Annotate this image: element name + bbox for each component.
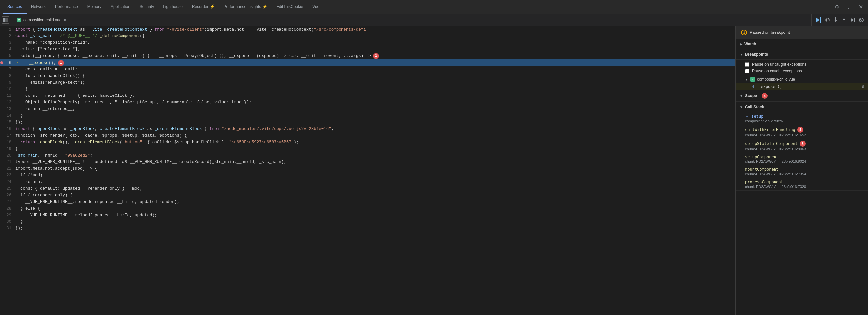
file-tab-composition-child[interactable]: V composition-child.vue × xyxy=(13,14,70,26)
line-number-11: 11 xyxy=(3,93,15,99)
scope-section: Scope 3 xyxy=(736,90,868,102)
toggle-sidebar-icon[interactable] xyxy=(2,16,9,24)
tab-vue[interactable]: Vue xyxy=(308,0,324,14)
svg-marker-4 xyxy=(829,19,830,21)
close-file-tab-icon[interactable]: × xyxy=(63,17,66,23)
line-number-24: 24 xyxy=(3,179,15,185)
line-code-3: __name: "composition-child", xyxy=(15,39,732,46)
line-number-13: 13 xyxy=(3,106,15,113)
line-code-16: import { openBlock as _openBlock, create… xyxy=(15,126,732,132)
code-panel[interactable]: 1import { createHotContext as __vite__cr… xyxy=(0,26,735,315)
code-line-24: 24 return; xyxy=(0,179,735,185)
tab-network[interactable]: Network xyxy=(27,0,51,14)
call-stack-item-0[interactable]: → setupcomposition-child.vue:6 xyxy=(736,113,868,125)
deactivate-button[interactable] xyxy=(858,16,865,24)
tab-sources[interactable]: Sources xyxy=(3,0,27,14)
line-number-4: 4 xyxy=(3,46,15,53)
badge-4: 4 xyxy=(797,127,803,133)
code-line-20: 20_sfc_main.__hmrId = "99a62ed2"; xyxy=(0,152,735,159)
line-number-29: 29 xyxy=(3,212,15,219)
breakpoints-section-header[interactable]: Breakpoints xyxy=(736,50,868,60)
pause-caught-checkbox[interactable] xyxy=(745,69,749,73)
line-code-11: const __returned__ = { emits, handleClic… xyxy=(15,93,732,99)
code-line-2: 2const _sfc_main = /* @__PURE__ */ _defi… xyxy=(0,33,735,39)
bp-checkbox-icon: ☑ xyxy=(750,84,754,89)
step-over-button[interactable] xyxy=(823,16,831,24)
line-number-30: 30 xyxy=(3,219,15,225)
code-line-28: 28 } else { xyxy=(0,205,735,212)
code-line-29: 29 __VUE_HMR_RUNTIME__.reload(updated.__… xyxy=(0,212,735,219)
line-number-1: 1 xyxy=(3,26,15,33)
step-into-button[interactable] xyxy=(832,16,839,24)
pause-uncaught-row[interactable]: Pause on uncaught exceptions xyxy=(745,61,864,68)
line-code-10: } xyxy=(15,86,732,93)
tab-performance-insights[interactable]: Performance insights ⚡ xyxy=(219,0,272,14)
line-code-8: function handleClick() { xyxy=(15,73,732,79)
tab-memory[interactable]: Memory xyxy=(83,0,106,14)
line-code-12: Object.defineProperty(__returned__, "__i… xyxy=(15,99,732,106)
code-line-13: 13 return __returned__; xyxy=(0,106,735,113)
line-code-19: } xyxy=(15,146,732,152)
step-out-button[interactable] xyxy=(840,16,848,24)
tab-application[interactable]: Application xyxy=(106,0,135,14)
breakpoint-options: Pause on uncaught exceptions Pause on ca… xyxy=(736,60,868,75)
settings-icon[interactable]: ⚙ xyxy=(832,2,841,11)
bp-vue-icon: V xyxy=(750,77,755,82)
watch-section-header[interactable]: Watch xyxy=(736,39,868,50)
code-line-27: 27 __VUE_HMR_RUNTIME__.rerender(updated.… xyxy=(0,199,735,205)
code-line-19: 19} xyxy=(0,146,735,152)
call-stack-item-2[interactable]: setupStatefulComponent5chunk-PD2AWGJV...… xyxy=(736,139,868,153)
line-code-9: emits("enlarge-text"); xyxy=(15,79,732,86)
tab-security[interactable]: Security xyxy=(135,0,158,14)
call-stack-item-4[interactable]: mountComponentchunk-PD2AWGJV....=23bfe01… xyxy=(736,165,868,178)
tab-lighthouse[interactable]: Lighthouse xyxy=(158,0,187,14)
line-code-2: const _sfc_main = /* @__PURE__ */ _defin… xyxy=(15,33,732,39)
badge-1: 1 xyxy=(58,60,64,66)
badge-2: 2 xyxy=(373,53,379,59)
breakpoints-chevron xyxy=(740,53,743,56)
code-line-7: 7 const emits = __emit; xyxy=(0,66,735,73)
line-number-18: 18 xyxy=(3,139,15,146)
bp-file-header[interactable]: V composition-child.vue xyxy=(736,75,868,83)
line-number-15: 15 xyxy=(3,119,15,126)
code-line-23: 23 if (!mod) xyxy=(0,172,735,179)
code-line-15: 15}); xyxy=(0,119,735,126)
bp-item[interactable]: ☑ __expose(); 6 xyxy=(736,83,868,90)
cs-fn-2: setupStatefulComponent5 xyxy=(745,141,806,146)
step-button[interactable] xyxy=(849,16,857,24)
bp-file-chevron xyxy=(745,77,748,81)
close-devtools-icon[interactable]: ✕ xyxy=(856,2,865,11)
code-line-30: 30 } xyxy=(0,219,735,225)
resume-button[interactable] xyxy=(814,16,822,24)
svg-marker-7 xyxy=(834,20,837,22)
code-line-1: 1import { createHotContext as __vite__cr… xyxy=(0,26,735,33)
code-line-8: 8 function handleClick() { xyxy=(0,73,735,79)
tab-editthiscookie[interactable]: EditThisCookie xyxy=(272,0,308,14)
more-options-icon[interactable]: ⋮ xyxy=(844,2,854,11)
pause-caught-row[interactable]: Pause on caught exceptions xyxy=(745,68,864,74)
svg-marker-10 xyxy=(851,18,854,22)
code-line-14: 14 } xyxy=(0,113,735,119)
line-code-14: } xyxy=(15,113,732,119)
line-code-15: }); xyxy=(15,119,732,126)
call-stack-header[interactable]: Call Stack xyxy=(736,102,868,113)
code-line-9: 9 emits("enlarge-text"); xyxy=(0,79,735,86)
call-stack-item-5[interactable]: processComponentchunk-PD2AWGJV....=23bfe… xyxy=(736,178,868,191)
pause-uncaught-checkbox[interactable] xyxy=(745,62,749,67)
cs-location-2: chunk-PD2AWGJV....=23bfe016:9063 xyxy=(745,147,864,151)
info-icon: ℹ xyxy=(741,30,747,35)
line-number-14: 14 xyxy=(3,113,15,119)
svg-line-13 xyxy=(860,19,863,21)
call-stack-item-1[interactable]: callWithErrorHandling4chunk-PD2AWGJV....… xyxy=(736,125,868,139)
call-stack-item-3[interactable]: setupComponentchunk-PD2AWGJV....=23bfe01… xyxy=(736,153,868,165)
tab-recorder[interactable]: Recorder ⚡ xyxy=(187,0,219,14)
tab-performance[interactable]: Performance xyxy=(51,0,83,14)
line-code-4: emits: ["enlarge-text"], xyxy=(15,46,732,53)
scope-section-header[interactable]: Scope 3 xyxy=(736,90,868,102)
code-line-5: 5 setup(__props, { expose: __expose, emi… xyxy=(0,53,735,59)
svg-rect-11 xyxy=(855,18,856,22)
line-code-23: if (!mod) xyxy=(15,172,732,179)
badge-5: 5 xyxy=(800,140,806,147)
breakpoint-dot-6[interactable] xyxy=(0,61,3,64)
main-layout: 1import { createHotContext as __vite__cr… xyxy=(0,26,868,315)
